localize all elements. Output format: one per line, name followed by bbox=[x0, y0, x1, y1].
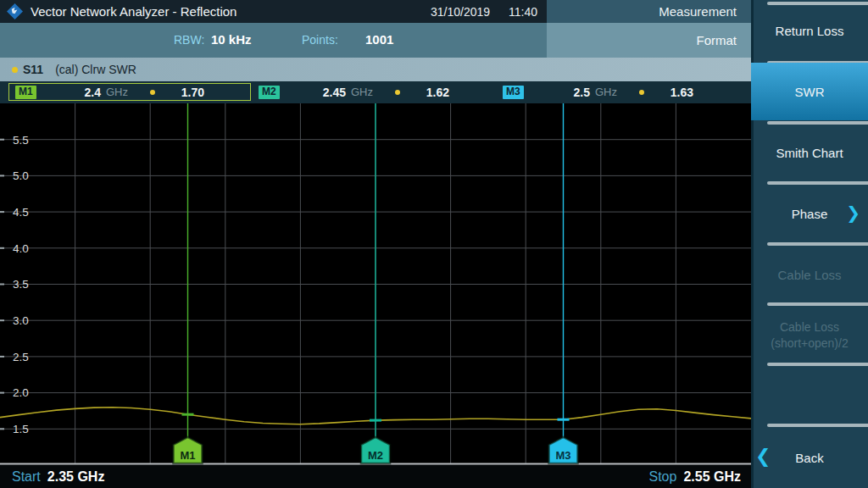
measurement-menu-tab[interactable]: Measurement bbox=[547, 0, 751, 23]
softkey-label: Return Loss bbox=[776, 24, 844, 38]
trace-name: S11 bbox=[23, 63, 43, 76]
svg-text:4.0: 4.0 bbox=[13, 242, 29, 255]
marker-lines bbox=[188, 103, 564, 437]
svg-text:M1: M1 bbox=[180, 449, 195, 462]
swr-chart[interactable]: 1.52.02.53.03.54.04.55.05.5M1M2M3 bbox=[0, 103, 751, 465]
chevron-left-icon: ❮ bbox=[755, 446, 771, 468]
softkey-smith-chart[interactable]: Smith Chart bbox=[751, 122, 868, 183]
softkey-label: Phase bbox=[792, 207, 828, 221]
svg-text:4.5: 4.5 bbox=[13, 206, 29, 219]
stop-label: Stop bbox=[648, 469, 676, 484]
start-value: 2.35 GHz bbox=[47, 469, 105, 484]
trace-color-dot-icon bbox=[12, 67, 18, 73]
settings-bar: RBW: 10 kHz Points: 1001 bbox=[0, 23, 547, 58]
frequency-range-bar: Start2.35 GHz Stop2.55 GHz bbox=[0, 465, 751, 488]
swr-chart-area[interactable]: 1.52.02.53.03.54.04.55.05.5M1M2M3 bbox=[0, 103, 751, 465]
marker-readout-m2[interactable]: M2 2.45 GHz 1.62 bbox=[253, 83, 495, 101]
datetime: 31/10/2019 11:40 bbox=[431, 0, 537, 23]
trace-detail: (cal) Clrw SWR bbox=[55, 63, 136, 76]
marker-m1-frequency: 2.4 bbox=[85, 86, 101, 99]
svg-text:2.0: 2.0 bbox=[13, 386, 29, 399]
svg-text:M2: M2 bbox=[368, 449, 383, 462]
time-text: 11:40 bbox=[509, 5, 537, 19]
start-frequency: Start2.35 GHz bbox=[12, 469, 104, 485]
trace-info-bar[interactable]: S11 (cal) Clrw SWR bbox=[0, 58, 751, 81]
softkey-label: SWR bbox=[795, 85, 825, 99]
points-label: Points: bbox=[302, 33, 338, 47]
rohde-schwarz-logo-icon bbox=[7, 3, 23, 19]
softkey-sidebar: Return Loss SWR Smith Chart Phase ❯ Cabl… bbox=[751, 0, 868, 488]
marker-m3-unit: GHz bbox=[595, 86, 617, 98]
title-bar: Vector Network Analyzer - Reflection 31/… bbox=[0, 0, 547, 23]
date-text: 31/10/2019 bbox=[431, 5, 490, 19]
stop-frequency: Stop2.55 GHz bbox=[648, 469, 741, 485]
softkey-label: Smith Chart bbox=[776, 146, 843, 160]
softkey-label: Cable Loss (short+open)/2 bbox=[771, 319, 848, 352]
marker-m1-trace-dot-icon bbox=[150, 90, 155, 95]
svg-text:3.5: 3.5 bbox=[13, 278, 29, 291]
format-menu-label: Format bbox=[696, 33, 737, 47]
rbw-label: RBW: bbox=[174, 33, 204, 47]
marker-m1-badge: M1 bbox=[15, 86, 36, 99]
start-label: Start bbox=[12, 469, 41, 484]
softkey-phase[interactable]: Phase ❯ bbox=[751, 183, 868, 244]
svg-text:5.5: 5.5 bbox=[13, 134, 29, 147]
marker-readout-bar: M1 2.4 GHz 1.70 M2 2.45 GHz 1.62 M3 2.5 … bbox=[0, 81, 751, 103]
chevron-right-icon: ❯ bbox=[846, 202, 860, 223]
stop-value: 2.55 GHz bbox=[683, 469, 741, 484]
softkey-cable-loss-short-open: Cable Loss (short+open)/2 bbox=[751, 305, 868, 366]
svg-text:5.0: 5.0 bbox=[13, 169, 29, 182]
softkey-label: Cable Loss bbox=[777, 268, 841, 282]
marker-m2-trace-dot-icon bbox=[395, 90, 400, 95]
svg-text:2.5: 2.5 bbox=[13, 351, 29, 363]
format-menu-tab[interactable]: Format bbox=[547, 23, 751, 58]
measurement-menu-label: Measurement bbox=[659, 4, 737, 19]
softkey-back[interactable]: ❮ Back bbox=[751, 427, 868, 488]
marker-m3-value: 1.63 bbox=[665, 86, 693, 99]
marker-m2-unit: GHz bbox=[351, 86, 373, 98]
rbw-value[interactable]: 10 kHz bbox=[211, 32, 252, 47]
svg-text:3.0: 3.0 bbox=[13, 314, 29, 327]
softkey-empty bbox=[751, 366, 868, 427]
marker-m3-trace-dot-icon bbox=[639, 90, 644, 95]
marker-m1-unit: GHz bbox=[106, 86, 128, 98]
window-title: Vector Network Analyzer - Reflection bbox=[31, 4, 236, 19]
marker-m2-frequency: 2.45 bbox=[323, 86, 346, 99]
marker-m2-value: 1.62 bbox=[420, 86, 449, 99]
softkey-return-loss[interactable]: Return Loss bbox=[751, 0, 868, 61]
marker-m3-frequency: 2.5 bbox=[574, 86, 590, 99]
marker-m1-value: 1.70 bbox=[175, 86, 204, 99]
marker-m2-badge: M2 bbox=[259, 86, 280, 99]
marker-readout-m3[interactable]: M3 2.5 GHz 1.63 bbox=[497, 83, 739, 101]
softkey-cable-loss: Cable Loss bbox=[751, 244, 868, 305]
points-value[interactable]: 1001 bbox=[365, 32, 393, 47]
marker-readout-m1[interactable]: M1 2.4 GHz 1.70 bbox=[8, 83, 251, 101]
softkey-swr-active[interactable]: SWR bbox=[751, 63, 868, 120]
softkey-label: Back bbox=[795, 451, 823, 465]
vna-screen: Vector Network Analyzer - Reflection 31/… bbox=[0, 0, 868, 488]
svg-text:1.5: 1.5 bbox=[13, 423, 29, 435]
svg-text:M3: M3 bbox=[555, 449, 570, 462]
marker-m3-badge: M3 bbox=[503, 86, 524, 99]
